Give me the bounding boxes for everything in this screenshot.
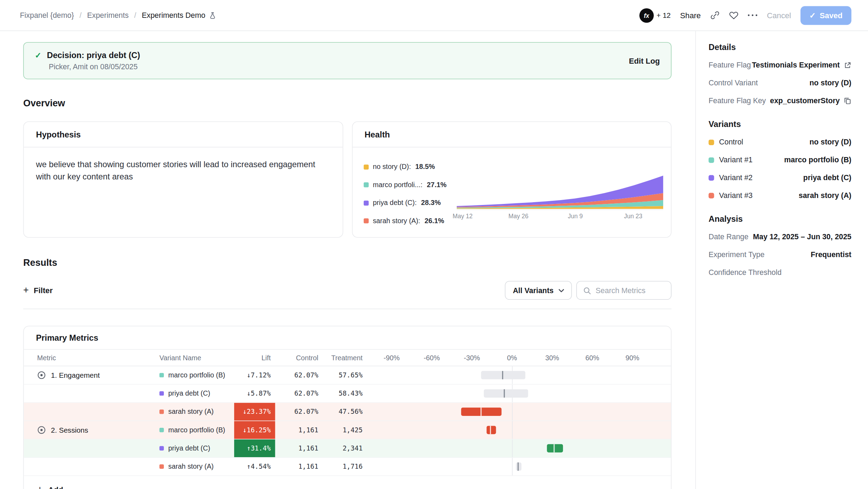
table-row[interactable]: priya debt (C) ↑31.4% 1,161 2,341	[24, 439, 671, 458]
x-tick-label: May 26	[508, 213, 528, 219]
variants-dropdown[interactable]: All Variants	[505, 281, 572, 300]
variant-name: priya debt (C)	[168, 390, 210, 397]
health-chart-svg	[456, 170, 663, 210]
treatment-cell: 47.56%	[318, 408, 363, 416]
variant-color-swatch	[159, 428, 164, 432]
lift-cell: ↑31.4%	[234, 439, 275, 457]
add-filter-button[interactable]: + Filter	[23, 285, 53, 296]
detail-row: Control Variant no story (D)	[709, 79, 852, 87]
control-cell: 62.07%	[275, 408, 318, 416]
edit-log-button[interactable]: Edit Log	[629, 56, 660, 65]
health-stacked-area-chart: May 12 May 26 Jun 9 Jun 23	[456, 156, 663, 233]
axis-tick-label: 0%	[507, 350, 517, 366]
collaborators-group[interactable]: fx + 12	[639, 8, 671, 22]
variant-cell: sarah story (A)	[159, 408, 234, 416]
more-options-icon[interactable]	[748, 8, 758, 22]
search-input[interactable]	[596, 286, 665, 295]
variant-row: Variant #2 priya debt (C)	[709, 173, 852, 182]
variant-label: Control	[719, 138, 743, 146]
divider	[23, 309, 672, 309]
lift-cell: ↓5.87%	[234, 384, 275, 402]
app-window: Fixpanel {demo} / Experiments / Experime…	[0, 0, 868, 489]
confidence-interval-bar	[375, 384, 671, 402]
metric-name: 1. Engagement	[51, 371, 100, 380]
detail-row: Feature Flag Testimonials Experiment	[709, 61, 852, 69]
cancel-button[interactable]: Cancel	[767, 11, 791, 20]
header-variant: Variant Name	[159, 354, 234, 361]
table-row[interactable]: sarah story (A) ↓23.37% 62.07% 47.56%	[24, 403, 671, 421]
legend-item: sarah story (A): 26.1%	[363, 217, 456, 225]
saved-button[interactable]: ✓ Saved	[801, 6, 852, 25]
variant-cell: priya debt (C)	[159, 445, 234, 452]
analysis-label: Confidence Threshold	[709, 268, 782, 277]
detail-label: Control Variant	[709, 79, 758, 87]
plus-icon: +	[23, 285, 29, 296]
variants-title: Variants	[709, 119, 852, 129]
variant-cell: priya debt (C)	[159, 390, 234, 397]
variant-color-swatch	[159, 373, 164, 377]
saved-label: Saved	[820, 11, 842, 20]
legend-label: no story (D):	[373, 163, 411, 171]
add-metric-button[interactable]: + Add	[24, 476, 671, 489]
check-icon: ✓	[35, 51, 42, 59]
legend-label: sarah story (A):	[373, 217, 420, 225]
variant-cell: sarah story (A)	[159, 463, 234, 470]
experiment-type-value: Frequentist	[811, 250, 851, 259]
table-row[interactable]: 2. Sessions marco portfolio (B) ↓16.25% …	[24, 421, 671, 439]
copy-link-icon[interactable]	[710, 10, 719, 20]
copy-clipboard-icon[interactable]	[844, 97, 851, 104]
variant-name: marco portfolio (B)	[168, 371, 225, 379]
breadcrumb-separator: /	[79, 11, 81, 20]
header-metric: Metric	[24, 354, 159, 361]
hypothesis-card: Hypothesis we believe that showing custo…	[23, 121, 343, 238]
variant-label: Variant #1	[719, 156, 753, 164]
table-header: Metric Variant Name Lift Control Treatme…	[24, 350, 671, 367]
detail-label: Feature Flag	[709, 61, 751, 69]
analysis-row: Experiment Type Frequentist	[709, 250, 852, 259]
collaborator-count: + 12	[657, 11, 671, 20]
primary-metrics-title: Primary Metrics	[24, 326, 671, 350]
lift-axis-scale: -90%-60%-30%0%30%60%90%	[375, 350, 671, 366]
top-actions: fx + 12 Share Cancel ✓ Saved	[639, 6, 852, 25]
feature-flag-value[interactable]: Testimonials Experiment	[752, 61, 840, 69]
confidence-interval-bar	[375, 403, 671, 421]
avatar[interactable]: fx	[639, 8, 654, 22]
analysis-label: Experiment Type	[709, 250, 765, 259]
variant-row: Variant #1 marco portfolio (B)	[709, 156, 852, 164]
metric-cell: 2. Sessions	[24, 426, 159, 434]
legend-swatch	[363, 182, 368, 187]
table-row[interactable]: sarah story (A) ↑4.54% 1,161 1,716	[24, 458, 671, 476]
metric-goal-icon	[37, 371, 46, 380]
variant-value: no story (D)	[809, 138, 851, 146]
axis-tick-label: 30%	[545, 350, 559, 366]
metrics-search[interactable]	[576, 281, 671, 300]
treatment-cell: 57.65%	[318, 371, 363, 379]
breadcrumb-current[interactable]: Experiments Demo	[142, 11, 217, 20]
x-tick-label: Jun 9	[568, 213, 583, 219]
breadcrumb-experiments[interactable]: Experiments	[87, 11, 129, 20]
share-button[interactable]: Share	[680, 11, 701, 20]
variant-color-swatch	[159, 446, 164, 451]
external-link-icon[interactable]	[844, 61, 851, 69]
variant-value: priya debt (C)	[803, 173, 852, 182]
health-card: Health no story (D): 18.5% marco portfol…	[352, 121, 672, 238]
lift-cell: ↓7.12%	[234, 366, 275, 384]
confidence-interval-bar	[375, 439, 671, 457]
legend-item: no story (D): 18.5%	[363, 163, 456, 171]
header-treatment: Treatment	[318, 354, 363, 361]
detail-label: Feature Flag Key	[709, 97, 766, 105]
table-row[interactable]: 1. Engagement marco portfolio (B) ↓7.12%…	[24, 366, 671, 384]
variants-dropdown-value: All Variants	[513, 286, 554, 295]
variant-color-swatch	[709, 175, 714, 180]
variant-name: priya debt (C)	[168, 445, 210, 452]
legend-value: 26.1%	[425, 217, 444, 225]
legend-label: priya debt (C):	[373, 199, 417, 207]
treatment-cell: 2,341	[318, 445, 363, 452]
metric-cell: 1. Engagement	[24, 371, 159, 380]
breadcrumb-project[interactable]: Fixpanel {demo}	[20, 11, 74, 20]
table-row[interactable]: priya debt (C) ↓5.87% 62.07% 58.43%	[24, 384, 671, 403]
variant-label: Variant #2	[719, 173, 753, 182]
favorite-heart-icon[interactable]	[729, 10, 738, 20]
results-heading: Results	[23, 258, 672, 269]
control-cell: 1,161	[275, 445, 318, 452]
